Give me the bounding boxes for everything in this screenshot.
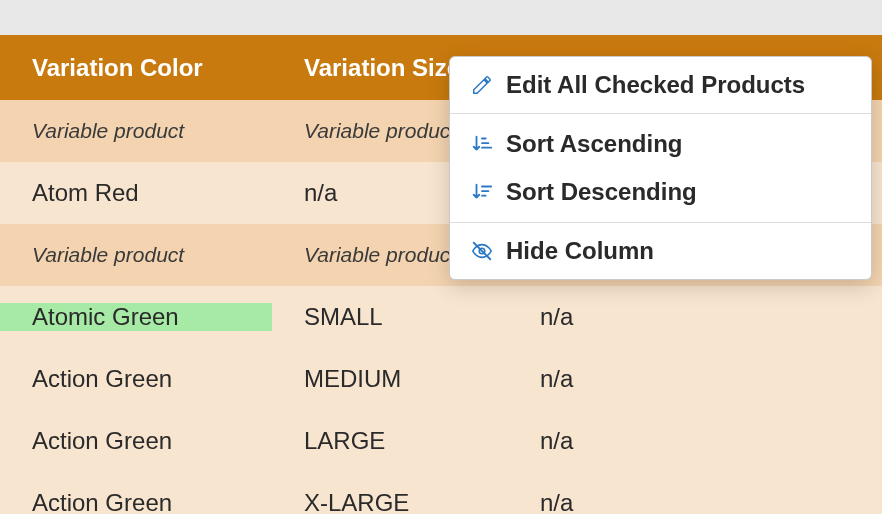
hide-icon bbox=[468, 239, 496, 263]
cell-color: Action Green bbox=[0, 365, 272, 393]
table-row[interactable]: Atomic Green SMALL n/a bbox=[0, 286, 882, 348]
menu-label: Hide Column bbox=[506, 237, 654, 265]
table-row[interactable]: Action Green X-LARGE n/a bbox=[0, 472, 882, 514]
cell-color: Action Green bbox=[0, 489, 272, 514]
table-row[interactable]: Action Green LARGE n/a bbox=[0, 410, 882, 472]
cell-variable-product: Variable product bbox=[0, 119, 272, 143]
edit-icon bbox=[468, 73, 496, 97]
cell: n/a bbox=[508, 489, 778, 514]
cell-size: LARGE bbox=[272, 427, 508, 455]
table-row[interactable]: Action Green MEDIUM n/a bbox=[0, 348, 882, 410]
menu-label: Sort Ascending bbox=[506, 130, 682, 158]
menu-edit-all-checked[interactable]: Edit All Checked Products bbox=[450, 57, 871, 113]
cell-color: Action Green bbox=[0, 427, 272, 455]
cell-size: X-LARGE bbox=[272, 489, 508, 514]
cell-color-highlighted: Atomic Green bbox=[0, 303, 272, 331]
top-gap bbox=[0, 0, 882, 35]
cell-size: SMALL bbox=[272, 303, 508, 331]
sort-ascending-icon bbox=[468, 132, 496, 156]
cell-color: Atom Red bbox=[0, 179, 272, 207]
sort-descending-icon bbox=[468, 180, 496, 204]
menu-sort-descending[interactable]: Sort Descending bbox=[450, 168, 871, 216]
menu-hide-column[interactable]: Hide Column bbox=[450, 223, 871, 279]
column-context-menu: Edit All Checked Products Sort Ascending… bbox=[449, 56, 872, 280]
menu-sort-ascending[interactable]: Sort Ascending bbox=[450, 120, 871, 168]
cell-size: MEDIUM bbox=[272, 365, 508, 393]
cell: n/a bbox=[508, 365, 778, 393]
cell-variable-product: Variable product bbox=[0, 243, 272, 267]
menu-label: Edit All Checked Products bbox=[506, 71, 805, 99]
header-variation-color[interactable]: Variation Color bbox=[0, 54, 272, 82]
cell: n/a bbox=[508, 427, 778, 455]
menu-label: Sort Descending bbox=[506, 178, 697, 206]
cell: n/a bbox=[508, 303, 778, 331]
